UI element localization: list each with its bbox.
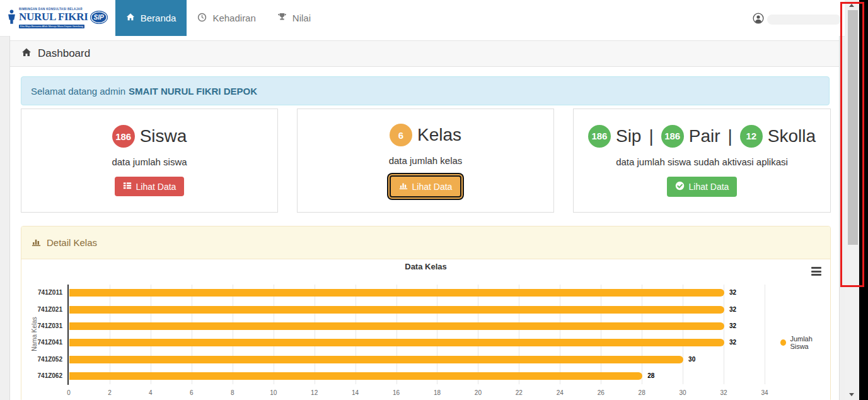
- separator: |: [649, 126, 653, 146]
- detail-kelas-heading: Detail Kelas: [21, 226, 830, 259]
- lihat-data-aktivasi-button[interactable]: Lihat Data: [667, 177, 738, 197]
- nav-item-kehadiran[interactable]: Kehadiran: [187, 0, 266, 36]
- scrollbar-thumb[interactable]: [848, 10, 858, 245]
- lihat-data-kelas-button[interactable]: Lihat Data: [390, 175, 462, 197]
- panel-title: Detail Kelas: [47, 237, 97, 248]
- legend-item-jumlah-siswa[interactable]: Jumlah Siswa: [780, 335, 830, 350]
- list-icon: [123, 181, 132, 192]
- x-axis-tick-label: 16: [387, 389, 406, 397]
- x-gridline: [683, 285, 683, 384]
- bar-chart-icon: [399, 181, 408, 192]
- bar-value-label: 30: [688, 356, 695, 363]
- x-axis-tick-label: 12: [305, 389, 324, 397]
- bar-value-label: 32: [729, 322, 736, 330]
- y-axis-category-label: 741Z062: [21, 372, 62, 380]
- scrollbar-down-arrow-icon[interactable]: [849, 393, 854, 396]
- card-subtitle: data jumlah siswa: [112, 156, 187, 167]
- card-siswa: 186 Siswa data jumlah siswa Lihat Data: [21, 109, 278, 213]
- x-axis-tick-label: 2: [100, 389, 119, 397]
- scrollbar-up-arrow-icon[interactable]: [849, 4, 854, 7]
- bar-741Z052[interactable]: [69, 356, 683, 363]
- x-axis-tick-label: 4: [141, 389, 160, 397]
- x-gridline: [396, 285, 397, 384]
- logo-name: NURUL FIKRI: [19, 11, 88, 23]
- user-name-redacted: [767, 15, 841, 25]
- nav-item-label: Kehadiran: [212, 13, 255, 23]
- x-axis-tick-label: 10: [264, 389, 283, 397]
- home-icon: [126, 13, 135, 23]
- bar-chart-icon: [32, 237, 41, 249]
- x-gridline: [642, 285, 642, 384]
- logo-text: BIMBINGAN DAN KONSULTASI BELAJAR NURUL F…: [19, 8, 108, 28]
- card-subtitle: data jumlah siswa sudah aktivasi aplikas…: [616, 156, 788, 167]
- x-gridline: [765, 285, 765, 384]
- x-axis-tick-label: 32: [714, 389, 733, 397]
- x-gridline: [110, 285, 110, 384]
- count-badge-siswa: 186: [112, 125, 135, 148]
- data-kelas-chart: Data Kelas Nama Kelas Jumlah Siswa 02468…: [21, 259, 830, 400]
- x-gridline: [356, 285, 356, 384]
- logo-sip-badge: SIP: [90, 11, 108, 24]
- x-axis-tick-label: 24: [550, 389, 569, 397]
- x-gridline: [233, 285, 233, 384]
- x-axis-tick-label: 30: [673, 389, 692, 397]
- nav-item-nilai[interactable]: Nilai: [267, 0, 321, 36]
- x-axis-tick-label: 6: [182, 389, 201, 397]
- legend-label: Jumlah Siswa: [790, 335, 830, 350]
- bar-value-label: 32: [729, 339, 736, 346]
- app-window: BIMBINGAN DAN KONSULTASI BELAJAR NURUL F…: [0, 0, 868, 400]
- badge-label-sip: Sip: [616, 126, 641, 146]
- card-subtitle: data jumlah kelas: [389, 155, 463, 166]
- page-header: Dashboard: [10, 40, 839, 67]
- chart-title: Data Kelas: [21, 262, 830, 271]
- nav-item-label: Beranda: [141, 13, 176, 23]
- count-badge-pair: 186: [661, 125, 684, 148]
- badge-label-pair: Pair: [689, 126, 720, 146]
- button-label: Lihat Data: [689, 182, 729, 192]
- x-gridline: [560, 285, 560, 384]
- home-icon: [21, 47, 32, 61]
- y-axis-line: [67, 285, 69, 385]
- card-kelas: 6 Kelas data jumlah kelas Lihat Data: [297, 109, 554, 213]
- y-axis-category-label: 741Z021: [21, 306, 62, 314]
- x-gridline: [601, 285, 601, 384]
- x-axis-tick-label: 8: [223, 389, 242, 397]
- logo-tagline: Kita Maju Bersama Allah Menuju Masa Depa…: [19, 25, 84, 28]
- card-aktivasi: 186 Sip | 186 Pair | 12 Skolla data juml…: [573, 109, 831, 213]
- x-gridline: [274, 285, 274, 384]
- x-gridline: [192, 285, 192, 384]
- chart-menu-icon[interactable]: [811, 267, 821, 278]
- lihat-data-siswa-button[interactable]: Lihat Data: [115, 177, 185, 196]
- count-badge-sip: 186: [588, 125, 611, 148]
- welcome-alert: Selamat datang admin SMAIT NURUL FIKRI D…: [21, 76, 830, 105]
- detail-kelas-panel: Detail Kelas Data Kelas Nama Kelas Jumla…: [21, 226, 831, 400]
- x-axis-tick-label: 18: [427, 389, 446, 397]
- bar-741Z021[interactable]: [69, 306, 724, 314]
- x-axis-tick-label: 34: [755, 389, 774, 397]
- button-label: Lihat Data: [412, 182, 453, 192]
- page-background-right: [840, 37, 845, 400]
- logo-person-icon: [8, 9, 16, 27]
- bar-value-label: 32: [729, 289, 736, 297]
- main-navigation: Beranda Kehadiran Nilai: [115, 0, 321, 36]
- nav-item-beranda[interactable]: Beranda: [115, 0, 187, 36]
- x-gridline: [437, 285, 437, 384]
- bar-741Z062[interactable]: [69, 372, 642, 380]
- trophy-icon: [277, 13, 287, 24]
- user-menu[interactable]: [753, 13, 841, 26]
- bar-741Z011[interactable]: [69, 289, 724, 297]
- card-title-siswa: Siswa: [140, 126, 187, 146]
- bar-741Z031[interactable]: [69, 322, 724, 330]
- browser-scrollbar[interactable]: [845, 0, 859, 400]
- top-navbar: BIMBINGAN DAN KONSULTASI BELAJAR NURUL F…: [0, 0, 845, 37]
- content-container: Dashboard Selamat datang admin SMAIT NUR…: [9, 36, 840, 400]
- app-logo[interactable]: BIMBINGAN DAN KONSULTASI BELAJAR NURUL F…: [0, 0, 114, 36]
- page-background-left: [0, 37, 9, 400]
- bar-741Z041[interactable]: [69, 339, 724, 346]
- nav-item-label: Nilai: [292, 13, 311, 23]
- button-label: Lihat Data: [136, 182, 176, 192]
- x-axis-tick-label: 20: [468, 389, 487, 397]
- user-icon: [753, 13, 764, 26]
- card-title-kelas: Kelas: [417, 125, 461, 145]
- screen-edge-black-strip: [859, 0, 868, 400]
